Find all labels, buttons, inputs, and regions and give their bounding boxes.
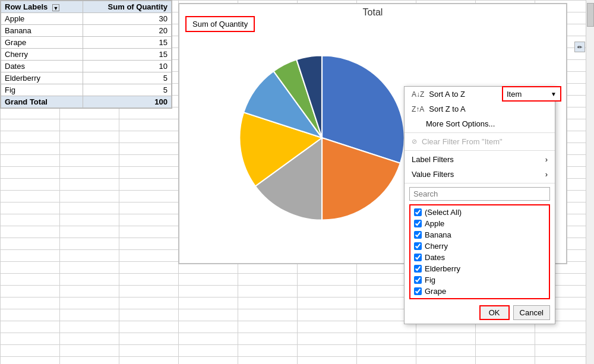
pivot-row-label: Banana <box>1 25 83 37</box>
row-labels-header: Row Labels <box>5 2 48 11</box>
value-filters-arrow: › <box>545 170 548 179</box>
ok-label: OK <box>489 308 500 317</box>
checkbox-elderberry[interactable] <box>414 265 422 273</box>
grand-total-row: Grand Total 100 <box>1 96 172 108</box>
pivot-row-label: Fig <box>1 84 83 96</box>
row-labels-filter-icon[interactable]: ▼ <box>52 4 59 11</box>
pivot-row: Fig 5 <box>1 84 172 96</box>
search-container <box>405 185 555 203</box>
grand-total-label: Grand Total <box>1 96 83 108</box>
dialog-buttons: OK Cancel <box>405 302 555 324</box>
pivot-row: Elderberry 5 <box>1 72 172 84</box>
checkbox-item-grape[interactable]: Grape <box>413 286 546 297</box>
checkbox-banana[interactable] <box>414 231 422 239</box>
pivot-row-label: Elderberry <box>1 72 83 84</box>
item-dropdown-button[interactable]: Item ▼ <box>502 86 561 102</box>
item-dropdown-panel: A↓Z Sort A to Z Z↑A Sort Z to A More Sor… <box>404 86 555 324</box>
checkbox-grape[interactable] <box>414 287 422 295</box>
checkbox-item-elderberry[interactable]: Elderberry <box>413 263 546 274</box>
pivot-row: Grape 15 <box>1 37 172 49</box>
pivot-row-value: 15 <box>83 37 171 49</box>
pivot-row-label: Dates <box>1 61 83 72</box>
more-sort-label: More Sort Options... <box>426 119 495 128</box>
checkbox-cherry[interactable] <box>414 242 422 250</box>
pivot-row-value: 5 <box>83 72 171 84</box>
cancel-label: Cancel <box>520 308 544 317</box>
item-dropdown-arrow: ▼ <box>551 91 557 97</box>
sort-za-icon: Z↑A <box>412 105 424 113</box>
checkbox-item-banana[interactable]: Banana <box>413 229 546 240</box>
checkbox-label-grape: Grape <box>425 287 446 296</box>
label-filters-item[interactable]: Label Filters › <box>405 152 555 167</box>
edit-icon-area: ✏ <box>574 42 586 65</box>
scrollbar[interactable] <box>586 0 594 364</box>
label-filters-label: Label Filters <box>412 155 454 164</box>
value-filters-label: Value Filters <box>412 170 454 179</box>
checkbox-list: (Select All) Apple Banana Cherry Dates E… <box>409 204 550 299</box>
edit-pencil-icon[interactable]: ✏ <box>574 42 585 52</box>
checkbox-item-cherry[interactable]: Cherry <box>413 240 546 252</box>
checkbox-label-elderberry: Elderberry <box>425 264 460 273</box>
pivot-row: Apple 30 <box>1 13 172 25</box>
pivot-row: Dates 10 <box>1 61 172 72</box>
item-dropdown-label: Item <box>507 90 522 99</box>
checkbox-select_all[interactable] <box>414 208 422 216</box>
clear-filter-item: ⊘ Clear Filter From "Item" <box>405 134 555 149</box>
pivot-row-label: Apple <box>1 13 83 25</box>
clear-filter-label: Clear Filter From "Item" <box>422 137 503 146</box>
pivot-table: Row Labels ▼ Sum of Quantity Apple 30 Ba… <box>0 0 172 109</box>
spreadsheet-area: Row Labels ▼ Sum of Quantity Apple 30 Ba… <box>0 0 594 364</box>
label-filters-arrow: › <box>545 155 548 164</box>
checkbox-fig[interactable] <box>414 276 422 284</box>
sort-az-label: Sort A to Z <box>429 90 465 99</box>
sum-qty-label: Sum of Quantity <box>192 20 248 29</box>
pivot-row-value: 5 <box>83 84 171 96</box>
pie-chart-svg <box>227 43 417 233</box>
pivot-row-value: 20 <box>83 25 171 37</box>
pivot-row: Cherry 15 <box>1 49 172 61</box>
cancel-button[interactable]: Cancel <box>513 305 550 320</box>
checkbox-item-dates[interactable]: Dates <box>413 252 546 263</box>
checkbox-label-select_all: (Select All) <box>425 208 462 217</box>
checkbox-item-select_all[interactable]: (Select All) <box>413 207 546 218</box>
pivot-row-value: 30 <box>83 13 171 25</box>
scrollbar-thumb[interactable] <box>587 3 594 27</box>
search-input[interactable] <box>409 187 550 201</box>
checkbox-item-apple[interactable]: Apple <box>413 218 546 229</box>
clear-filter-icon: ⊘ <box>412 138 417 145</box>
divider-3 <box>405 183 555 183</box>
pivot-row-label: Grape <box>1 37 83 49</box>
sort-z-a-item[interactable]: Z↑A Sort Z to A <box>405 102 555 116</box>
pivot-col1-header[interactable]: Row Labels ▼ <box>1 1 83 13</box>
ok-button[interactable]: OK <box>479 305 510 320</box>
more-sort-item[interactable]: More Sort Options... <box>405 116 555 131</box>
sort-za-label: Sort Z to A <box>429 105 465 113</box>
pivot-row: Banana 20 <box>1 25 172 37</box>
checkbox-item-fig[interactable]: Fig <box>413 274 546 286</box>
divider-1 <box>405 132 555 133</box>
checkbox-label-banana: Banana <box>425 230 451 239</box>
checkbox-label-apple: Apple <box>425 219 444 228</box>
checkbox-label-fig: Fig <box>425 276 435 284</box>
pivot-col2-header[interactable]: Sum of Quantity <box>83 1 171 13</box>
value-filters-item[interactable]: Value Filters › <box>405 167 555 182</box>
pivot-row-label: Cherry <box>1 49 83 61</box>
checkbox-label-cherry: Cherry <box>425 242 448 251</box>
pivot-row-value: 10 <box>83 61 171 72</box>
sum-of-quantity-header: Sum of Quantity <box>108 2 168 11</box>
checkbox-label-dates: Dates <box>425 253 445 262</box>
sort-az-icon: A↓Z <box>412 90 424 99</box>
divider-2 <box>405 150 555 151</box>
checkbox-dates[interactable] <box>414 254 422 261</box>
checkbox-apple[interactable] <box>414 220 422 227</box>
pivot-row-value: 15 <box>83 49 171 61</box>
grand-total-value: 100 <box>83 96 171 108</box>
